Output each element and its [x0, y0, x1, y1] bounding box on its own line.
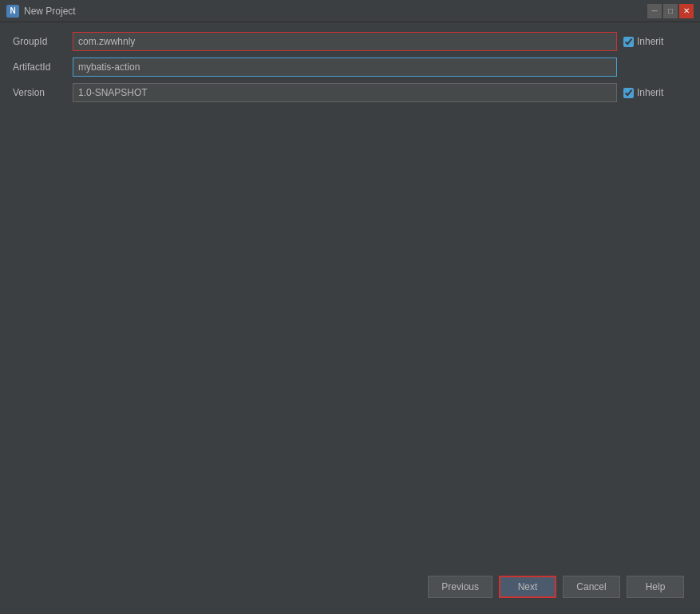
groupid-inherit-label: Inherit: [637, 36, 663, 47]
version-row: Version Inherit: [13, 83, 687, 102]
version-input[interactable]: [73, 83, 617, 102]
groupid-inherit-wrapper: Inherit: [623, 36, 687, 47]
app-icon: N: [6, 5, 19, 18]
artifactid-input[interactable]: [73, 57, 617, 77]
groupid-input[interactable]: [73, 32, 617, 51]
form-area: GroupId Inherit ArtifactId Version: [13, 32, 687, 566]
previous-button[interactable]: Previous: [428, 576, 492, 598]
close-button[interactable]: ✕: [679, 4, 694, 18]
title-bar: N New Project ─ □ ✕: [0, 0, 700, 22]
dialog-content: GroupId Inherit ArtifactId Version: [0, 22, 700, 614]
groupid-label: GroupId: [13, 36, 73, 47]
minimize-button[interactable]: ─: [647, 4, 662, 18]
title-bar-text: New Project: [24, 6, 647, 17]
artifactid-row: ArtifactId: [13, 57, 687, 77]
help-button[interactable]: Help: [627, 576, 684, 598]
version-inherit-label: Inherit: [637, 87, 663, 98]
version-inherit-wrapper: Inherit: [623, 87, 687, 98]
window-controls: ─ □ ✕: [647, 4, 694, 18]
groupid-row: GroupId Inherit: [13, 32, 687, 51]
artifactid-input-wrapper: [73, 57, 617, 77]
maximize-button[interactable]: □: [663, 4, 678, 18]
version-label: Version: [13, 87, 73, 98]
artifactid-label: ArtifactId: [13, 61, 73, 73]
version-inherit-checkbox[interactable]: [623, 88, 634, 98]
cancel-button[interactable]: Cancel: [563, 576, 620, 598]
version-input-wrapper: [73, 83, 617, 102]
groupid-inherit-checkbox[interactable]: [623, 37, 634, 47]
button-bar: Previous Next Cancel Help: [13, 566, 687, 604]
groupid-input-wrapper: [73, 32, 617, 51]
next-button[interactable]: Next: [499, 576, 556, 598]
